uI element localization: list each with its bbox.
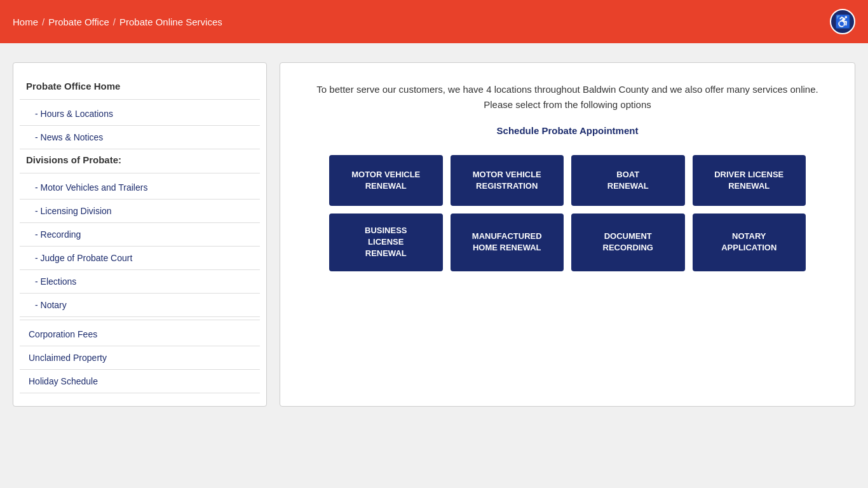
breadcrumb-sep-2: / <box>113 17 116 27</box>
notary-application-button[interactable]: NOTARYAPPLICATION <box>693 214 806 271</box>
breadcrumb-current: Probate Online Services <box>119 17 222 27</box>
driver-license-renewal-button[interactable]: DRIVER LICENSERENEWAL <box>693 155 806 206</box>
sidebar-item-licensing-division[interactable]: - Licensing Division <box>20 200 260 223</box>
sidebar-item-corporation-fees[interactable]: Corporation Fees <box>20 323 260 346</box>
motor-vehicle-renewal-button[interactable]: MOTOR VEHICLERENEWAL <box>329 155 443 206</box>
sidebar-item-news-notices[interactable]: - News & Notices <box>20 126 260 149</box>
sidebar-item-holiday-schedule[interactable]: Holiday Schedule <box>20 370 260 393</box>
content-area: To better serve our customers, we have 4… <box>280 62 855 407</box>
sidebar-section-probate-home: Probate Office Home <box>20 76 260 97</box>
schedule-appointment-link[interactable]: Schedule Probate Appointment <box>293 125 842 136</box>
manufactured-home-renewal-button[interactable]: MANUFACTUREDHOME RENEWAL <box>451 214 564 271</box>
sidebar-item-elections[interactable]: - Elections <box>20 270 260 294</box>
sidebar-item-notary[interactable]: - Notary <box>20 294 260 317</box>
accessibility-button[interactable]: ♿ <box>830 9 855 34</box>
top-navigation: Home / Probate Office / Probate Online S… <box>0 0 868 43</box>
breadcrumb: Home / Probate Office / Probate Online S… <box>13 17 222 27</box>
business-license-renewal-button[interactable]: BUSINESSLICENSERENEWAL <box>329 214 443 271</box>
breadcrumb-probate-office[interactable]: Probate Office <box>48 17 109 27</box>
sidebar-item-motor-vehicles[interactable]: - Motor Vehicles and Trailers <box>20 176 260 200</box>
breadcrumb-sep-1: / <box>42 17 44 27</box>
services-grid: MOTOR VEHICLERENEWAL MOTOR VEHICLEREGIST… <box>329 155 806 271</box>
sidebar: Probate Office Home - Hours & Locations … <box>13 62 267 407</box>
intro-line2: Please select from the following options <box>484 99 651 110</box>
breadcrumb-home[interactable]: Home <box>13 17 38 27</box>
sidebar-item-judge-probate[interactable]: - Judge of Probate Court <box>20 247 260 270</box>
intro-text: To better serve our customers, we have 4… <box>293 82 842 112</box>
accessibility-icon: ♿ <box>835 14 851 29</box>
sidebar-item-hours-locations[interactable]: - Hours & Locations <box>20 102 260 126</box>
main-container: Probate Office Home - Hours & Locations … <box>0 43 868 426</box>
sidebar-item-unclaimed-property[interactable]: Unclaimed Property <box>20 346 260 370</box>
sidebar-item-recording[interactable]: - Recording <box>20 223 260 247</box>
intro-line1: To better serve our customers, we have 4… <box>316 84 818 95</box>
motor-vehicle-registration-button[interactable]: MOTOR VEHICLEREGISTRATION <box>451 155 564 206</box>
document-recording-button[interactable]: DOCUMENTRECORDING <box>571 214 685 271</box>
boat-renewal-button[interactable]: BOATRENEWAL <box>571 155 685 206</box>
sidebar-section-divisions: Divisions of Probate: <box>20 149 260 170</box>
